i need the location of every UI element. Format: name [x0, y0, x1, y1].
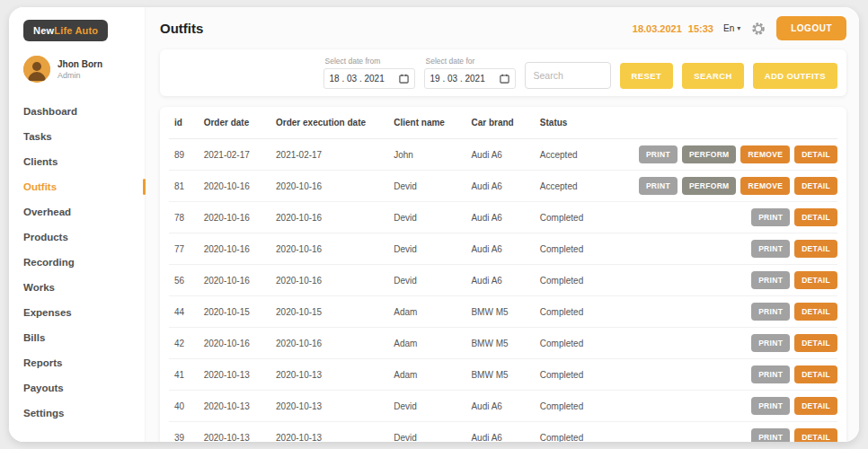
detail-button[interactable]: DETAIL: [794, 271, 837, 289]
cell-car-brand: BMW M5: [465, 328, 534, 359]
print-button[interactable]: PRINT: [751, 240, 790, 258]
sidebar-item-products[interactable]: Products: [23, 224, 145, 250]
print-button[interactable]: PRINT: [751, 334, 790, 352]
row-actions: PRINTPERFORMREMOVEDETAIL: [629, 139, 837, 171]
cell-client-name: Devid: [388, 233, 465, 265]
cell-order-date: 2020-10-13: [199, 391, 270, 422]
sidebar-item-clients[interactable]: Clients: [23, 149, 145, 174]
cell-id: 39: [169, 422, 199, 443]
cell-id: 89: [169, 139, 199, 171]
cell-status: Completed: [535, 265, 629, 296]
logout-button[interactable]: LOGOUT: [776, 16, 846, 40]
detail-button[interactable]: DETAIL: [794, 177, 837, 195]
outfits-table: idOrder dateOrder execution dateClient n…: [169, 107, 837, 442]
sidebar-nav: DashboardTasksClientsOutfitsOverheadProd…: [23, 99, 145, 426]
main-content: Outfits 18.03.202115:33 En ▾ LOGOUT: [146, 7, 859, 442]
detail-button[interactable]: DETAIL: [794, 303, 837, 321]
cell-status: Completed: [535, 328, 629, 359]
logo-text-rest: Life Auto: [54, 25, 98, 36]
print-button[interactable]: PRINT: [751, 303, 790, 321]
print-button[interactable]: PRINT: [751, 208, 790, 226]
cell-client-name: Adam: [388, 359, 465, 391]
row-actions: PRINTPERFORMREMOVEDETAIL: [629, 171, 837, 202]
page-title: Outfits: [160, 21, 203, 36]
sidebar-item-recording[interactable]: Recording: [23, 250, 145, 275]
sidebar-item-overhead[interactable]: Overhead: [23, 199, 145, 224]
sidebar-item-payouts[interactable]: Payouts: [23, 375, 145, 401]
table-row: 402020-10-132020-10-13DevidAudi A6Comple…: [169, 391, 837, 422]
cell-order-execution-date: 2020-10-16: [270, 233, 388, 265]
date-from-input[interactable]: 18 . 03 . 2021: [323, 68, 415, 89]
cell-status: Completed: [535, 233, 629, 265]
detail-button[interactable]: DETAIL: [794, 428, 837, 442]
print-button[interactable]: PRINT: [751, 271, 790, 289]
cell-order-execution-date: 2020-10-13: [270, 422, 388, 443]
table-row: 782020-10-162020-10-16DevidAudi A6Comple…: [169, 202, 837, 233]
cell-car-brand: Audi A6: [465, 233, 534, 265]
table-row: 412020-10-132020-10-13AdamBMW M5Complete…: [169, 359, 837, 391]
print-button[interactable]: PRINT: [751, 397, 790, 415]
table-row: 892021-02-172021-02-17JohnAudi A6Accepte…: [169, 139, 837, 171]
row-actions: PRINTDETAIL: [629, 391, 837, 422]
remove-button[interactable]: REMOVE: [740, 145, 790, 163]
search-button[interactable]: SEARCH: [682, 63, 744, 89]
sidebar-item-outfits[interactable]: Outfits: [23, 174, 145, 199]
sidebar-item-reports[interactable]: Reports: [23, 350, 145, 375]
detail-button[interactable]: DETAIL: [794, 208, 837, 226]
cell-car-brand: Audi A6: [465, 139, 534, 171]
detail-button[interactable]: DETAIL: [794, 240, 837, 258]
outfits-table-card: idOrder dateOrder execution dateClient n…: [160, 107, 846, 442]
perform-button[interactable]: PERFORM: [682, 145, 737, 163]
cell-order-execution-date: 2020-10-13: [270, 359, 388, 391]
cell-id: 44: [169, 296, 199, 328]
sidebar-item-works[interactable]: Works: [23, 275, 145, 300]
row-actions: PRINTDETAIL: [629, 265, 837, 296]
table-row: 442020-10-152020-10-15AdamBMW M5Complete…: [169, 296, 837, 328]
language-label: En: [723, 23, 734, 33]
detail-button[interactable]: DETAIL: [794, 397, 837, 415]
perform-button[interactable]: PERFORM: [682, 177, 737, 195]
datetime: 18.03.202115:33: [633, 23, 713, 34]
table-row: 812020-10-162020-10-16DevidAudi A6Accept…: [169, 171, 837, 202]
date-from-label: Select date from: [325, 57, 415, 66]
language-selector[interactable]: En ▾: [723, 23, 740, 33]
print-button[interactable]: PRINT: [639, 145, 678, 163]
print-button[interactable]: PRINT: [751, 428, 790, 442]
row-actions: PRINTDETAIL: [629, 202, 837, 233]
detail-button[interactable]: DETAIL: [794, 365, 837, 383]
cell-status: Accepted: [535, 139, 629, 171]
sidebar-item-settings[interactable]: Settings: [23, 401, 145, 426]
sidebar-item-tasks[interactable]: Tasks: [23, 124, 145, 149]
cell-order-date: 2020-10-16: [199, 328, 270, 359]
cell-status: Completed: [535, 202, 629, 233]
cell-car-brand: Audi A6: [465, 422, 534, 443]
cell-id: 81: [169, 171, 199, 202]
reset-button[interactable]: RESET: [620, 63, 674, 89]
cell-client-name: Adam: [388, 328, 465, 359]
detail-button[interactable]: DETAIL: [794, 334, 837, 352]
sidebar-item-dashboard[interactable]: Dashboard: [23, 99, 145, 124]
row-actions: PRINTDETAIL: [629, 233, 837, 265]
sidebar-item-bills[interactable]: Bills: [23, 325, 145, 350]
cell-order-date: 2020-10-13: [199, 359, 270, 391]
cell-id: 42: [169, 328, 199, 359]
user-name: Jhon Born: [58, 59, 102, 69]
sidebar-item-expenses[interactable]: Expenses: [23, 300, 145, 325]
gear-icon[interactable]: [750, 21, 766, 37]
print-button[interactable]: PRINT: [751, 365, 790, 383]
cell-id: 40: [169, 391, 199, 422]
cell-id: 77: [169, 233, 199, 265]
date-to-field: Select date for 19 . 03 . 2021: [424, 57, 516, 89]
cell-order-execution-date: 2020-10-16: [270, 265, 388, 296]
table-row: 422020-10-162020-10-16AdamBMW M5Complete…: [169, 328, 837, 359]
add-outfits-button[interactable]: ADD OUTFITS: [753, 63, 837, 89]
cell-client-name: John: [388, 139, 465, 171]
current-date: 18.03.2021: [633, 23, 682, 34]
cell-order-date: 2020-10-16: [199, 265, 270, 296]
remove-button[interactable]: REMOVE: [740, 177, 790, 195]
detail-button[interactable]: DETAIL: [794, 145, 837, 163]
date-to-input[interactable]: 19 . 03 . 2021: [424, 68, 516, 89]
chevron-down-icon: ▾: [737, 24, 740, 32]
search-input[interactable]: [525, 62, 611, 89]
print-button[interactable]: PRINT: [639, 177, 678, 195]
